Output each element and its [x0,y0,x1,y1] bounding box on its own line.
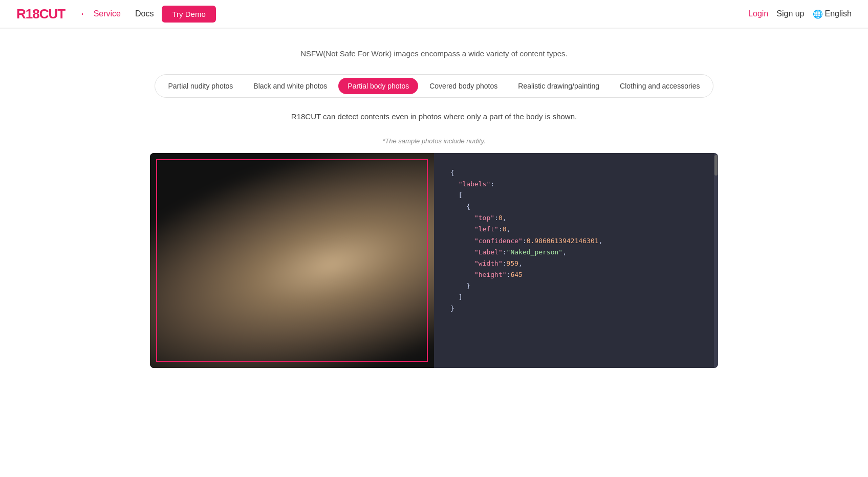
nav: • Service Docs Try Demo [81,6,748,23]
sample-note: *The sample photos include nudity. [382,137,485,145]
main-content: NSFW(Not Safe For Work) images encompass… [0,29,868,368]
tab-partial-body[interactable]: Partial body photos [338,78,418,94]
nav-signup[interactable]: Sign up [776,9,804,18]
nav-login[interactable]: Login [748,9,768,18]
image-panel [150,153,434,368]
language-label: English [825,9,852,18]
json-panel: { "labels": [ { "top":0, "left":0, "conf… [434,153,718,368]
header-right: Login Sign up 🌐 English [748,9,852,19]
scrollbar[interactable] [714,153,718,368]
demo-image [150,153,434,368]
subtitle: NSFW(Not Safe For Work) images encompass… [300,49,568,58]
globe-icon: 🌐 [813,9,823,19]
nav-service[interactable]: Service [88,6,127,21]
tab-realistic-drawing[interactable]: Realistic drawing/painting [509,78,609,94]
try-demo-button[interactable]: Try Demo [162,6,215,23]
demo-container: { "labels": [ { "top":0, "left":0, "conf… [150,153,718,368]
tab-partial-nudity[interactable]: Partial nudity photos [159,78,243,94]
tab-bar: Partial nudity photos Black and white ph… [155,74,714,98]
blur-effect [150,153,434,368]
nav-dot: • [81,11,83,17]
description-text: R18CUT can detect contents even in photo… [291,112,577,121]
header: R18CUT • Service Docs Try Demo Login Sig… [0,0,868,29]
scroll-thumb [714,155,718,176]
nav-language[interactable]: 🌐 English [813,9,852,19]
tab-clothing[interactable]: Clothing and accessories [611,78,709,94]
tab-black-white[interactable]: Black and white photos [244,78,336,94]
tab-covered-body[interactable]: Covered body photos [420,78,507,94]
logo[interactable]: R18CUT [16,6,65,22]
json-output: { "labels": [ { "top":0, "left":0, "conf… [450,167,702,314]
nav-docs[interactable]: Docs [129,6,160,21]
